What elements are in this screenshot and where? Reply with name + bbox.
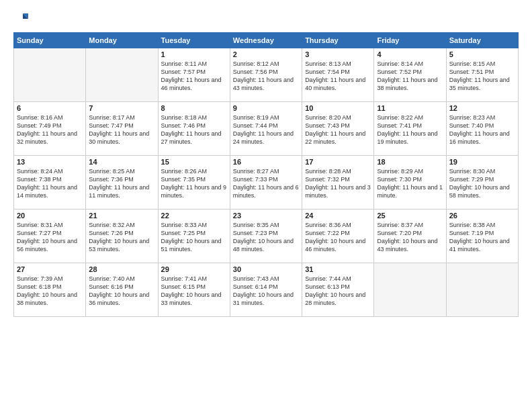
- day-cell: 2Sunrise: 8:12 AMSunset: 7:56 PMDaylight…: [230, 48, 302, 102]
- day-cell: 12Sunrise: 8:23 AMSunset: 7:40 PMDayligh…: [446, 102, 518, 156]
- day-number: 20: [17, 212, 83, 220]
- day-info: Sunrise: 8:23 AMSunset: 7:40 PMDaylight:…: [449, 113, 515, 146]
- day-info: Sunrise: 8:35 AMSunset: 7:23 PMDaylight:…: [233, 221, 299, 254]
- day-info: Sunrise: 8:20 AMSunset: 7:43 PMDaylight:…: [305, 113, 371, 146]
- day-number: 5: [449, 50, 515, 58]
- day-cell: 5Sunrise: 8:15 AMSunset: 7:51 PMDaylight…: [446, 48, 518, 102]
- logo: [13, 11, 32, 27]
- day-info: Sunrise: 8:12 AMSunset: 7:56 PMDaylight:…: [233, 60, 299, 93]
- day-number: 7: [89, 104, 154, 112]
- col-header-thursday: Thursday: [302, 33, 374, 48]
- day-number: 3: [305, 50, 371, 58]
- day-info: Sunrise: 7:43 AMSunset: 6:14 PMDaylight:…: [233, 275, 299, 308]
- day-number: 1: [161, 50, 227, 58]
- day-cell: 16Sunrise: 8:27 AMSunset: 7:33 PMDayligh…: [230, 156, 302, 210]
- day-info: Sunrise: 8:17 AMSunset: 7:47 PMDaylight:…: [89, 113, 154, 146]
- day-info: Sunrise: 8:15 AMSunset: 7:51 PMDaylight:…: [449, 60, 515, 93]
- header-row: SundayMondayTuesdayWednesdayThursdayFrid…: [14, 33, 519, 48]
- week-row-4: 27Sunrise: 7:39 AMSunset: 6:18 PMDayligh…: [14, 263, 519, 317]
- day-info: Sunrise: 8:11 AMSunset: 7:57 PMDaylight:…: [161, 60, 227, 93]
- day-cell: 25Sunrise: 8:37 AMSunset: 7:20 PMDayligh…: [374, 210, 446, 263]
- week-row-0: 1Sunrise: 8:11 AMSunset: 7:57 PMDaylight…: [14, 48, 519, 102]
- day-number: 22: [161, 212, 227, 220]
- day-info: Sunrise: 8:29 AMSunset: 7:30 PMDaylight:…: [377, 167, 443, 200]
- day-info: Sunrise: 8:33 AMSunset: 7:25 PMDaylight:…: [161, 221, 227, 254]
- day-cell: 19Sunrise: 8:30 AMSunset: 7:29 PMDayligh…: [446, 156, 518, 210]
- day-cell: 23Sunrise: 8:35 AMSunset: 7:23 PMDayligh…: [230, 210, 302, 263]
- day-cell: 4Sunrise: 8:14 AMSunset: 7:52 PMDaylight…: [374, 48, 446, 102]
- day-number: 9: [233, 104, 299, 112]
- day-info: Sunrise: 7:41 AMSunset: 6:15 PMDaylight:…: [161, 275, 227, 308]
- day-number: 31: [305, 265, 371, 273]
- day-cell: 10Sunrise: 8:20 AMSunset: 7:43 PMDayligh…: [302, 102, 374, 156]
- day-number: 30: [233, 265, 299, 273]
- day-number: 28: [89, 265, 154, 273]
- day-number: 21: [89, 212, 154, 220]
- day-cell: 30Sunrise: 7:43 AMSunset: 6:14 PMDayligh…: [230, 263, 302, 317]
- day-cell: 11Sunrise: 8:22 AMSunset: 7:41 PMDayligh…: [374, 102, 446, 156]
- day-cell: 26Sunrise: 8:38 AMSunset: 7:19 PMDayligh…: [446, 210, 518, 263]
- day-info: Sunrise: 8:31 AMSunset: 7:27 PMDaylight:…: [17, 221, 83, 254]
- day-number: 14: [89, 158, 154, 166]
- day-number: 15: [161, 158, 227, 166]
- day-number: 13: [17, 158, 83, 166]
- day-cell: 9Sunrise: 8:19 AMSunset: 7:44 PMDaylight…: [230, 102, 302, 156]
- day-info: Sunrise: 8:27 AMSunset: 7:33 PMDaylight:…: [233, 167, 299, 200]
- day-cell: 3Sunrise: 8:13 AMSunset: 7:54 PMDaylight…: [302, 48, 374, 102]
- day-cell: 8Sunrise: 8:18 AMSunset: 7:46 PMDaylight…: [158, 102, 230, 156]
- day-cell: [14, 48, 86, 102]
- day-cell: 13Sunrise: 8:24 AMSunset: 7:38 PMDayligh…: [14, 156, 86, 210]
- col-header-saturday: Saturday: [446, 33, 518, 48]
- day-number: 10: [305, 104, 371, 112]
- week-row-2: 13Sunrise: 8:24 AMSunset: 7:38 PMDayligh…: [14, 156, 519, 210]
- day-number: 19: [449, 158, 515, 166]
- logo-icon: [13, 11, 30, 27]
- day-cell: 7Sunrise: 8:17 AMSunset: 7:47 PMDaylight…: [86, 102, 158, 156]
- day-cell: 14Sunrise: 8:25 AMSunset: 7:36 PMDayligh…: [86, 156, 158, 210]
- col-header-sunday: Sunday: [14, 33, 86, 48]
- day-number: 2: [233, 50, 299, 58]
- col-header-wednesday: Wednesday: [230, 33, 302, 48]
- day-number: 24: [305, 212, 371, 220]
- day-info: Sunrise: 8:38 AMSunset: 7:19 PMDaylight:…: [449, 221, 515, 254]
- day-number: 23: [233, 212, 299, 220]
- day-info: Sunrise: 8:16 AMSunset: 7:49 PMDaylight:…: [17, 113, 83, 146]
- header: [13, 11, 519, 27]
- day-info: Sunrise: 8:24 AMSunset: 7:38 PMDaylight:…: [17, 167, 83, 200]
- day-number: 11: [377, 104, 443, 112]
- day-cell: 31Sunrise: 7:44 AMSunset: 6:13 PMDayligh…: [302, 263, 374, 317]
- week-row-1: 6Sunrise: 8:16 AMSunset: 7:49 PMDaylight…: [14, 102, 519, 156]
- day-number: 12: [449, 104, 515, 112]
- day-number: 29: [161, 265, 227, 273]
- day-info: Sunrise: 8:28 AMSunset: 7:32 PMDaylight:…: [305, 167, 371, 200]
- col-header-friday: Friday: [374, 33, 446, 48]
- day-number: 17: [305, 158, 371, 166]
- day-info: Sunrise: 8:30 AMSunset: 7:29 PMDaylight:…: [449, 167, 515, 200]
- col-header-monday: Monday: [86, 33, 158, 48]
- col-header-tuesday: Tuesday: [158, 33, 230, 48]
- day-cell: 17Sunrise: 8:28 AMSunset: 7:32 PMDayligh…: [302, 156, 374, 210]
- day-number: 6: [17, 104, 83, 112]
- day-cell: 22Sunrise: 8:33 AMSunset: 7:25 PMDayligh…: [158, 210, 230, 263]
- day-info: Sunrise: 8:19 AMSunset: 7:44 PMDaylight:…: [233, 113, 299, 146]
- day-number: 25: [377, 212, 443, 220]
- page: SundayMondayTuesdayWednesdayThursdayFrid…: [0, 0, 532, 411]
- day-number: 26: [449, 212, 515, 220]
- day-info: Sunrise: 8:32 AMSunset: 7:26 PMDaylight:…: [89, 221, 154, 254]
- day-cell: [86, 48, 158, 102]
- day-info: Sunrise: 8:13 AMSunset: 7:54 PMDaylight:…: [305, 60, 371, 93]
- day-number: 16: [233, 158, 299, 166]
- day-cell: 15Sunrise: 8:26 AMSunset: 7:35 PMDayligh…: [158, 156, 230, 210]
- day-number: 18: [377, 158, 443, 166]
- day-number: 27: [17, 265, 83, 273]
- week-row-3: 20Sunrise: 8:31 AMSunset: 7:27 PMDayligh…: [14, 210, 519, 263]
- day-cell: 27Sunrise: 7:39 AMSunset: 6:18 PMDayligh…: [14, 263, 86, 317]
- day-cell: 18Sunrise: 8:29 AMSunset: 7:30 PMDayligh…: [374, 156, 446, 210]
- day-info: Sunrise: 8:18 AMSunset: 7:46 PMDaylight:…: [161, 113, 227, 146]
- calendar-table: SundayMondayTuesdayWednesdayThursdayFrid…: [13, 32, 519, 317]
- day-cell: 20Sunrise: 8:31 AMSunset: 7:27 PMDayligh…: [14, 210, 86, 263]
- day-info: Sunrise: 8:26 AMSunset: 7:35 PMDaylight:…: [161, 167, 227, 200]
- day-cell: 29Sunrise: 7:41 AMSunset: 6:15 PMDayligh…: [158, 263, 230, 317]
- day-info: Sunrise: 8:22 AMSunset: 7:41 PMDaylight:…: [377, 113, 443, 146]
- day-info: Sunrise: 8:14 AMSunset: 7:52 PMDaylight:…: [377, 60, 443, 93]
